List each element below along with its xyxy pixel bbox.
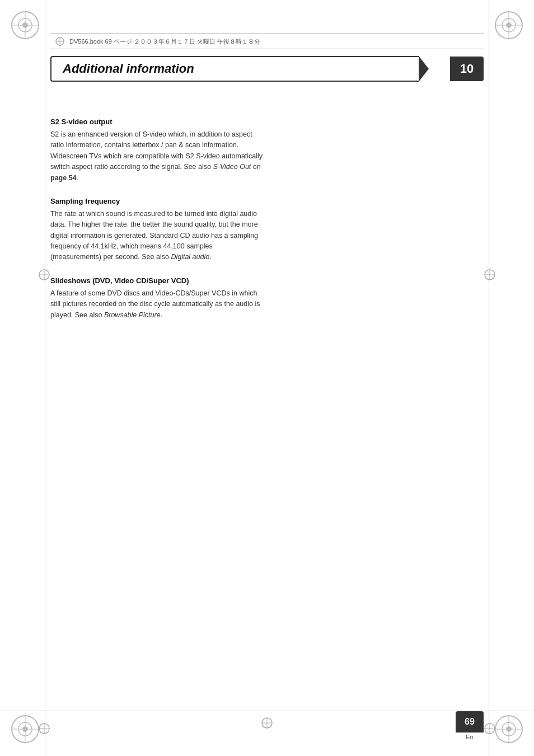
section-sampling-freq: Sampling frequency The rate at which sou… (50, 197, 484, 263)
sampling-end: . (209, 253, 211, 261)
right-guide-line (489, 0, 489, 756)
corner-decoration-bl (8, 712, 42, 748)
section-s2-svideo-title: S2 S-video output (50, 118, 484, 126)
s2-body-after: on (251, 163, 260, 171)
corner-decoration-tr (492, 8, 526, 44)
sampling-body-text: The rate at which sound is measured to b… (50, 210, 258, 261)
section-s2-svideo-body: S2 is an enhanced version of S-video whi… (50, 129, 263, 184)
slideshows-italic: Browsable Picture (104, 311, 161, 319)
s2-italic: S-Video Out (213, 163, 251, 171)
bottom-right-crosshair (484, 722, 496, 736)
section-s2-svideo: S2 S-video output S2 is an enhanced vers… (50, 118, 484, 184)
section-slideshows: Slideshows (DVD, Video CD/Super VCD) A f… (50, 276, 484, 321)
chapter-badge: 10 (450, 57, 484, 81)
header-section: Additional information 10 (50, 56, 484, 98)
s2-end: . (77, 174, 78, 182)
sampling-italic: Digital audio (171, 253, 209, 261)
page-lang: En (466, 734, 473, 740)
page: DV566.book 69 ページ ２００３年６月１７日 火曜日 午後８時１８分… (0, 0, 534, 756)
left-crosshair (38, 269, 50, 283)
page-title: Additional information (63, 62, 194, 76)
s2-bold: page 54 (50, 174, 77, 182)
section-slideshows-title: Slideshows (DVD, Video CD/Super VCD) (50, 276, 484, 285)
section-slideshows-body: A feature of some DVD discs and Video-CD… (50, 288, 263, 321)
top-bar: DV566.book 69 ページ ２００３年６月１７日 火曜日 午後８時１８分 (50, 34, 484, 49)
page-number-badge: 69 (456, 711, 484, 732)
corner-decoration-br (492, 712, 526, 748)
slideshows-end: . (161, 311, 162, 319)
page-number-area: 69 En (456, 711, 484, 740)
header-title-bar: Additional information 10 (50, 56, 484, 82)
corner-decoration-tl (8, 8, 42, 44)
top-bar-text: DV566.book 69 ページ ２００３年６月１７日 火曜日 午後８時１８分 (69, 37, 260, 46)
bottom-guide-line (0, 711, 534, 711)
right-crosshair (484, 269, 496, 283)
content-area: S2 S-video output S2 is an enhanced vers… (50, 118, 484, 689)
page-number: 69 (465, 717, 475, 727)
bottom-center-crosshair (261, 717, 273, 731)
section-sampling-title: Sampling frequency (50, 197, 484, 205)
left-guide-line (45, 0, 45, 756)
bottom-left-crosshair (38, 722, 50, 736)
section-sampling-body: The rate at which sound is measured to b… (50, 209, 263, 263)
